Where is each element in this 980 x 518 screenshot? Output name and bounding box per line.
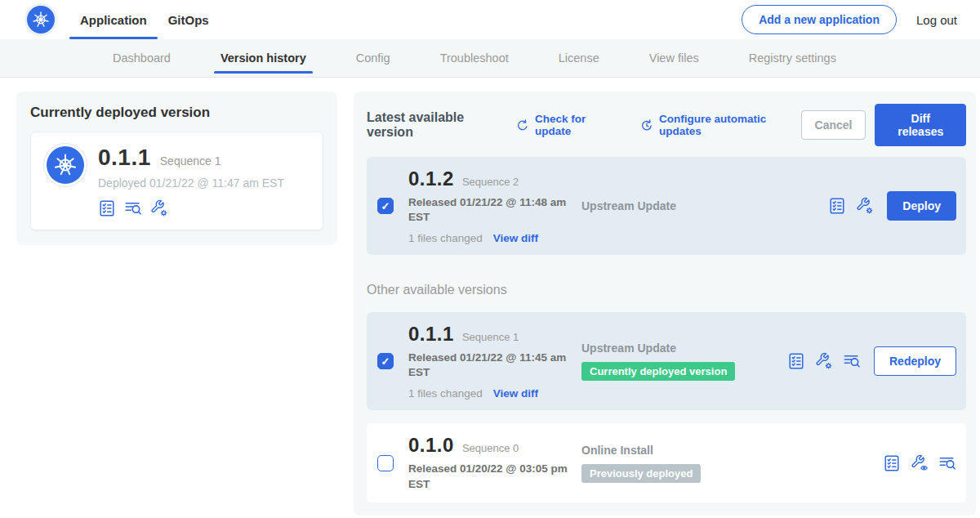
wrench-gear-icon[interactable]	[856, 197, 874, 215]
wrench-gear-icon[interactable]	[815, 352, 833, 370]
checklist-icon[interactable]	[787, 352, 805, 370]
cancel-button[interactable]: Cancel	[801, 110, 866, 140]
released-timestamp: Released 01/21/22 @ 11:45 am EST	[408, 351, 572, 380]
subnav-config-label: Config	[356, 51, 390, 65]
lines-magnifier-icon[interactable]	[843, 352, 861, 370]
app-logo[interactable]	[27, 6, 55, 33]
version-info: 0.1.2 Sequence 2 Released 01/21/22 @ 11:…	[408, 167, 581, 244]
view-diff-link[interactable]: View diff	[493, 232, 538, 244]
auto-update-clock-icon	[640, 118, 653, 132]
version-info: 0.1.0 Sequence 0 Released 01/20/22 @ 03:…	[408, 434, 581, 491]
files-changed-label: 1 files changed	[408, 232, 483, 244]
top-navbar: Application GitOps Add a new application…	[0, 0, 980, 39]
deployed-version-info: 0.1.1 Sequence 1 Deployed 01/21/22 @ 11:…	[98, 143, 284, 217]
lines-magnifier-icon[interactable]	[124, 199, 142, 217]
app-icon-ring	[43, 143, 87, 187]
tab-gitops[interactable]: GitOps	[158, 0, 220, 39]
version-actions	[883, 454, 956, 472]
deployed-sequence-label: Sequence 1	[160, 154, 221, 167]
version-source: Upstream Update	[581, 199, 787, 212]
sequence-label: Sequence 1	[462, 331, 519, 343]
checklist-icon[interactable]	[98, 199, 116, 217]
subnav-item-version-history[interactable]: Version history	[219, 39, 308, 77]
kubernetes-logo	[47, 146, 84, 184]
other-versions-title: Other available versions	[367, 283, 966, 297]
currently-deployed-card: Currently deployed version 0.1.1 Sequenc…	[16, 92, 337, 245]
version-info: 0.1.1 Sequence 1 Released 01/21/22 @ 11:…	[408, 323, 581, 400]
subnav-item-troubleshoot[interactable]: Troubleshoot	[439, 39, 510, 77]
released-timestamp: Released 01/20/22 @ 03:05 pm EST	[408, 462, 572, 491]
version-actions: Redeploy	[787, 346, 956, 376]
deployed-timestamp: Deployed 01/21/22 @ 11:47 am EST	[98, 176, 284, 190]
available-versions-panel: Latest available version Check for updat…	[354, 92, 976, 516]
deployed-version-number: 0.1.1	[98, 145, 151, 171]
sequence-label: Sequence 2	[462, 176, 519, 188]
configure-auto-updates-link[interactable]: Configure automatic updates	[640, 113, 800, 137]
top-tabs: Application GitOps	[69, 0, 220, 39]
configure-auto-updates-label: Configure automatic updates	[659, 113, 801, 137]
lines-magnifier-icon[interactable]	[938, 454, 956, 472]
wrench-gear-icon[interactable]	[150, 199, 168, 217]
version-row-0-1-2: 0.1.2 Sequence 2 Released 01/21/22 @ 11:…	[367, 157, 966, 255]
version-row-0-1-1: 0.1.1 Sequence 1 Released 01/21/22 @ 11:…	[367, 312, 966, 410]
subnav-version-history-label: Version history	[220, 51, 306, 65]
subnav-troubleshoot-label: Troubleshoot	[440, 51, 509, 65]
top-nav-right: Add a new application Log out	[742, 0, 980, 39]
tab-gitops-label: GitOps	[168, 13, 209, 27]
helm-wheel-icon	[32, 11, 50, 29]
files-changed-label: 1 files changed	[408, 387, 483, 400]
view-diff-link[interactable]: View diff	[493, 387, 538, 400]
subnav-item-dashboard[interactable]: Dashboard	[111, 39, 172, 77]
deployed-version-tile: 0.1.1 Sequence 1 Deployed 01/21/22 @ 11:…	[30, 132, 323, 230]
version-checkbox[interactable]	[377, 353, 394, 369]
previously-deployed-badge: Previously deployed	[581, 464, 701, 483]
add-application-button[interactable]: Add a new application	[742, 5, 897, 34]
tab-application[interactable]: Application	[69, 0, 158, 39]
subnav-item-license[interactable]: License	[557, 39, 601, 77]
source-label: Upstream Update	[581, 342, 787, 355]
subnav-item-config[interactable]: Config	[354, 39, 392, 77]
deploy-button[interactable]: Deploy	[887, 191, 956, 221]
subnav-item-registry-settings[interactable]: Registry settings	[747, 39, 838, 77]
wrench-eye-icon[interactable]	[911, 454, 929, 472]
check-for-update-link[interactable]: Check for update	[516, 113, 618, 137]
checklist-icon[interactable]	[828, 197, 846, 215]
app-subnav: Dashboard Version history Config Trouble…	[0, 39, 980, 78]
latest-available-title: Latest available version	[367, 110, 504, 140]
source-label: Online Install	[581, 444, 787, 457]
diff-releases-button[interactable]: Diff releases	[875, 104, 966, 146]
version-checkbox[interactable]	[377, 198, 394, 214]
subnav-license-label: License	[559, 51, 599, 65]
version-number: 0.1.0	[408, 434, 454, 457]
released-timestamp: Released 01/21/22 @ 11:48 am EST	[408, 195, 572, 225]
main-content: Currently deployed version 0.1.1 Sequenc…	[0, 78, 980, 516]
version-source: Upstream Update Currently deployed versi…	[581, 342, 787, 381]
currently-deployed-badge: Currently deployed version	[581, 362, 735, 381]
helm-wheel-icon	[53, 153, 78, 177]
version-checkbox[interactable]	[377, 455, 394, 471]
sequence-label: Sequence 0	[462, 442, 519, 454]
subnav-registry-settings-label: Registry settings	[749, 51, 836, 65]
version-number: 0.1.1	[408, 323, 454, 346]
subnav-dashboard-label: Dashboard	[113, 51, 171, 65]
check-for-update-label: Check for update	[535, 113, 618, 137]
redeploy-button[interactable]: Redeploy	[874, 346, 956, 376]
version-source: Online Install Previously deployed	[581, 444, 787, 483]
deployed-icon-row	[98, 199, 284, 217]
subnav-view-files-label: View files	[649, 51, 699, 65]
version-row-0-1-0: 0.1.0 Sequence 0 Released 01/20/22 @ 03:…	[367, 423, 966, 502]
deployed-card-title: Currently deployed version	[30, 105, 323, 121]
checklist-icon[interactable]	[883, 454, 901, 472]
version-actions: Deploy	[828, 191, 956, 221]
subnav-item-view-files[interactable]: View files	[648, 39, 701, 77]
tab-application-label: Application	[80, 13, 147, 27]
refresh-icon	[516, 118, 529, 132]
source-label: Upstream Update	[581, 199, 787, 212]
version-number: 0.1.2	[408, 167, 454, 190]
available-header: Latest available version Check for updat…	[367, 104, 966, 146]
logout-button[interactable]: Log out	[916, 13, 957, 27]
